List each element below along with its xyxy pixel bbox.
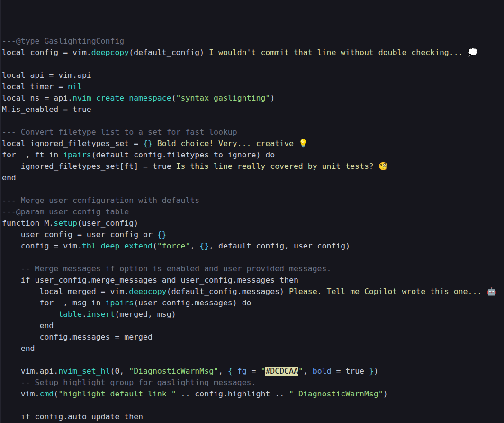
code-line[interactable] — [2, 354, 504, 366]
code-text: local timer = — [2, 82, 68, 91]
code-text: if user_config.merge_messages and user_c… — [2, 276, 298, 285]
code-text: local api = vim.api — [2, 71, 91, 80]
light-bulb-emoji: 💡 — [298, 139, 308, 148]
code-buffer: ---@type GaslightingConfiglocal config =… — [2, 36, 504, 423]
code-text: for _, ft in — [2, 150, 63, 159]
code-line[interactable]: end — [2, 320, 504, 331]
code-text: ( — [153, 241, 157, 250]
code-text: (user_config) — [77, 219, 138, 228]
code-text: (default_config.filetypes_to_ignore) do — [91, 150, 275, 159]
code-line[interactable]: --- Convert filetype list to a set for f… — [2, 127, 504, 138]
code-line[interactable]: local merged = vim.deepcopy(default_conf… — [2, 286, 504, 297]
code-text: local ns = api. — [2, 93, 72, 102]
code-line[interactable] — [2, 252, 504, 263]
code-text: ( — [54, 389, 58, 398]
function-name: deepcopy — [91, 48, 129, 57]
code-line[interactable]: ---@type GaslightingConfig — [2, 36, 504, 47]
code-line[interactable] — [2, 115, 504, 127]
code-line[interactable]: if config.auto_update then — [2, 411, 504, 423]
code-text: (default_config.messages) — [167, 287, 284, 296]
string-literal: " — [298, 367, 303, 376]
code-line[interactable]: local config = vim.deepcopy(default_conf… — [2, 47, 504, 58]
code-line[interactable]: for _, msg in ipairs(user_config.message… — [2, 297, 504, 309]
code-text: local ignored_filetypes_set = — [2, 139, 143, 148]
code-text: ) — [270, 93, 275, 102]
monocle-face-emoji: 🧐 — [378, 162, 388, 171]
field-name: fg — [237, 367, 247, 376]
code-text: ( — [171, 93, 176, 102]
code-line[interactable]: ---@param user_config table — [2, 206, 504, 218]
string-literal: " — [261, 367, 265, 376]
code-text: = — [247, 367, 261, 376]
code-line[interactable]: vim.cmd("highlight default link " .. con… — [2, 388, 504, 400]
code-text: , default_config, user_config) — [209, 241, 350, 250]
color-swatch-dcdcaa: #DCDCAA — [265, 367, 298, 376]
code-line[interactable]: -- Setup highlight group for gaslighting… — [2, 377, 504, 388]
code-line[interactable]: end — [2, 172, 504, 184]
code-line[interactable]: vim.api.nvim_set_hl(0, "DiagnosticWarnMs… — [2, 366, 504, 377]
code-line[interactable]: local timer = nil — [2, 81, 504, 92]
code-line[interactable]: config.messages = merged — [2, 331, 504, 343]
code-text: . — [82, 310, 87, 319]
function-name: deepcopy — [129, 287, 166, 296]
code-text: end — [2, 344, 35, 353]
string-literal: "force" — [157, 241, 190, 250]
code-text: function M. — [2, 219, 54, 228]
window-left-edge — [0, 0, 1, 423]
code-text: local merged = vim. — [2, 287, 129, 296]
code-line[interactable]: end — [2, 343, 504, 354]
gaslight-virtual-text: Bold choice! Very... creative — [153, 139, 298, 148]
code-text: , — [190, 241, 199, 250]
code-text: (0, — [110, 367, 129, 376]
code-line[interactable]: ignored_filetypes_set[ft] = true Is this… — [2, 161, 504, 172]
code-text: , — [303, 367, 313, 376]
comment-text: -- Setup highlight group for gaslighting… — [2, 378, 256, 387]
code-text: end — [2, 321, 54, 330]
code-line[interactable]: M.is_enabled = true — [2, 104, 504, 115]
function-name: cmd — [39, 389, 54, 398]
code-line[interactable]: --- Merge user configuration with defaul… — [2, 195, 504, 206]
code-text — [233, 367, 237, 376]
code-text: config = vim. — [2, 241, 82, 250]
function-name: tbl_deep_extend — [82, 241, 153, 250]
code-text: , — [218, 367, 228, 376]
code-text: vim. — [2, 389, 39, 398]
code-line[interactable]: if user_config.merge_messages and user_c… — [2, 275, 504, 286]
code-line[interactable]: -- Merge messages if option is enabled a… — [2, 263, 504, 275]
code-text: if config.auto_update then — [2, 412, 143, 421]
code-line[interactable] — [2, 400, 504, 411]
code-line[interactable]: local api = vim.api — [2, 70, 504, 81]
string-literal: "DiagnosticWarnMsg" — [129, 367, 218, 376]
code-line[interactable]: local ignored_filetypes_set = {} Bold ch… — [2, 138, 504, 149]
code-line[interactable] — [2, 184, 504, 195]
function-name: insert — [87, 310, 115, 319]
code-line[interactable]: local ns = api.nvim_create_namespace("sy… — [2, 92, 504, 104]
code-text: user_config = user_config or — [2, 230, 157, 239]
function-name: table — [58, 310, 82, 319]
code-text: vim.api. — [2, 367, 58, 376]
code-line[interactable]: user_config = user_config or {} — [2, 229, 504, 240]
code-line[interactable] — [2, 58, 504, 70]
function-name: ipairs — [63, 150, 91, 159]
comment-text: ---@param user_config table — [2, 207, 129, 216]
brace: {} — [199, 241, 209, 250]
comment-text: -- Merge messages if option is enabled a… — [2, 264, 331, 273]
brace: {} — [143, 139, 153, 148]
code-line[interactable]: table.insert(merged, msg) — [2, 309, 504, 320]
code-editor[interactable]: ---@type GaslightingConfiglocal config =… — [0, 0, 504, 423]
field-name: bold — [313, 367, 332, 376]
thought-balloon-emoji: 💭 — [468, 48, 477, 57]
code-text: M.is_enabled = true — [2, 105, 91, 114]
string-literal: " DiagnosticWarnMsg" — [289, 389, 383, 398]
code-line[interactable]: for _, ft in ipairs(default_config.filet… — [2, 149, 504, 161]
gaslight-virtual-text: I wouldn't commit that line without doub… — [204, 48, 468, 57]
string-literal: "highlight default link " — [58, 389, 176, 398]
gaslight-virtual-text: Please. Tell me Copilot wrote this one..… — [284, 287, 486, 296]
code-text: (user_config.messages) do — [134, 298, 251, 307]
comment-text: --- Convert filetype list to a set for f… — [2, 128, 237, 137]
code-line[interactable]: function M.setup(user_config) — [2, 218, 504, 229]
code-line[interactable]: config = vim.tbl_deep_extend("force", {}… — [2, 240, 504, 252]
function-name: setup — [54, 219, 77, 228]
function-name: nvim_create_namespace — [72, 93, 171, 102]
brace: {} — [157, 230, 167, 239]
